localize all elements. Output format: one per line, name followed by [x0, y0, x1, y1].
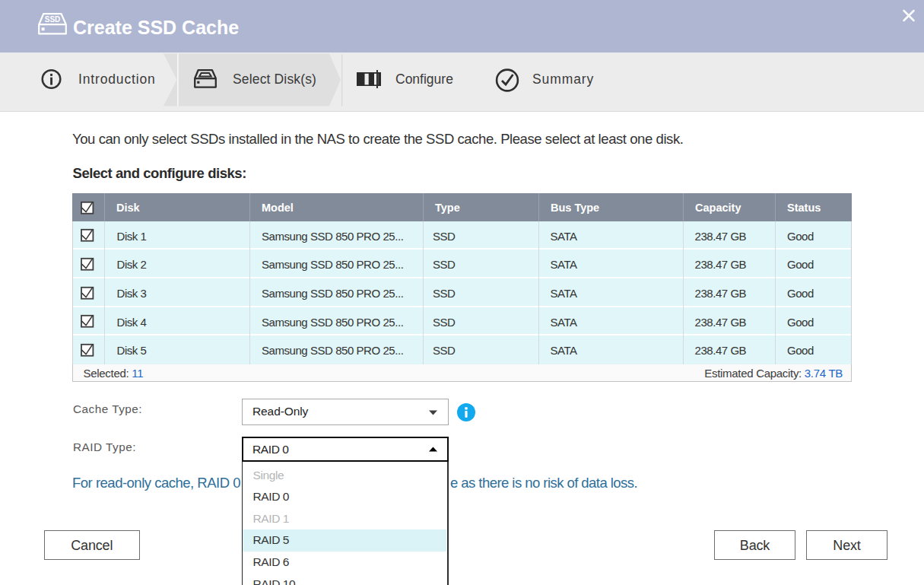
svg-text:SSD: SSD: [45, 15, 61, 24]
